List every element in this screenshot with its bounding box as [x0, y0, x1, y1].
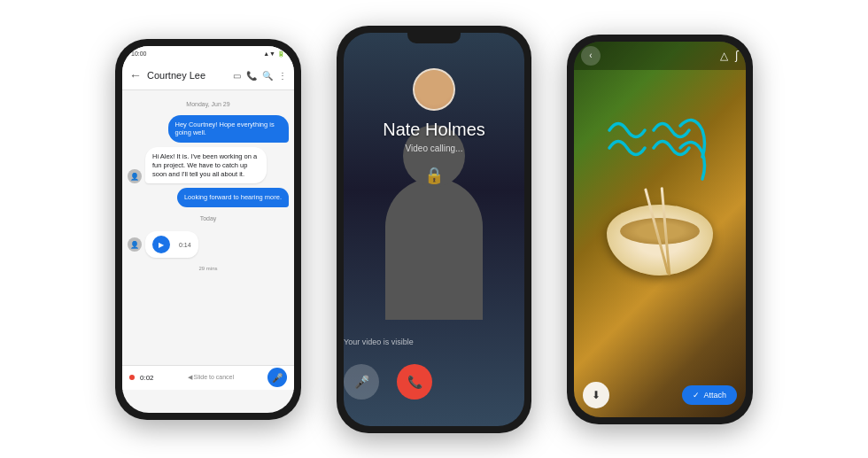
- date-label-old: Monday, Jun 29: [128, 101, 289, 107]
- more-icon[interactable]: ⋮: [278, 71, 287, 81]
- phone-photo-attach: ‹ △ ʃ ⬇ ✓ Attach: [567, 35, 753, 424]
- back-button[interactable]: ←: [129, 68, 142, 82]
- status-icons: ▲▼ 🔋: [263, 50, 285, 58]
- contact-name: Courtney Lee: [147, 70, 228, 81]
- recording-bar: 0:02 ◀ Slide to cancel 🎤: [122, 365, 294, 390]
- photo-top-icons: △ ʃ: [720, 50, 739, 62]
- avatar-small: 👤: [128, 169, 142, 183]
- attach-label: Attach: [703, 391, 726, 400]
- voice-avatar: 👤: [128, 237, 142, 252]
- attach-button[interactable]: ✓ Attach: [682, 385, 737, 405]
- back-chevron-icon: ‹: [589, 50, 592, 60]
- message-bubble-received-1: Hi Alex! It is. I've been working on a f…: [145, 147, 267, 183]
- status-time: 10:00: [131, 50, 147, 57]
- received-message-row-1: 👤 Hi Alex! It is. I've been working on a…: [128, 147, 289, 183]
- photo-bottom-controls: ⬇ ✓ Attach: [574, 382, 746, 408]
- toolbar-icons: ▭ 📞 🔍 ⋮: [233, 71, 287, 81]
- mute-button[interactable]: 🎤: [344, 364, 379, 400]
- caller-name: Nate Holmes: [383, 120, 485, 140]
- recording-time: 0:02: [140, 374, 154, 382]
- mic-button[interactable]: 🎤: [267, 368, 287, 387]
- photo-back-button[interactable]: ‹: [581, 46, 601, 66]
- chat-area: Monday, Jun 29 Hey Courtney! Hope everyt…: [122, 90, 294, 365]
- recording-dot: [129, 375, 135, 380]
- notch: [407, 33, 461, 43]
- download-button[interactable]: ⬇: [583, 382, 609, 408]
- end-call-button[interactable]: 📞: [397, 364, 432, 400]
- search-icon[interactable]: 🔍: [262, 71, 273, 81]
- voice-play-button[interactable]: ▶: [152, 236, 170, 253]
- date-label-today: Today: [128, 215, 289, 221]
- photo-toolbar: ‹ △ ʃ: [574, 42, 746, 70]
- download-icon: ⬇: [592, 389, 601, 401]
- sticker-icon[interactable]: ʃ: [735, 50, 739, 62]
- lock-icon: 🔒: [424, 166, 444, 185]
- voice-mins: 29 mins: [128, 266, 289, 271]
- draw-icon[interactable]: △: [720, 50, 728, 62]
- voice-time: 0:14: [179, 242, 191, 248]
- voice-note-bubble: ▶ 0:14: [145, 231, 198, 258]
- video-call-icon[interactable]: ▭: [233, 71, 241, 81]
- messaging-toolbar: ← Courtney Lee ▭ 📞 🔍 ⋮: [122, 62, 294, 90]
- caller-avatar-face: [415, 70, 453, 109]
- message-bubble-sent-2: Looking forward to hearing more.: [177, 188, 289, 207]
- status-bar: 10:00 ▲▼ 🔋: [122, 46, 294, 62]
- checkmark-icon: ✓: [693, 391, 700, 400]
- message-bubble-sent-1: Hey Courtney! Hope everything is going w…: [168, 115, 290, 144]
- phone-video-call: Nate Holmes Video calling... 🔒 Your vide…: [337, 26, 531, 433]
- caller-avatar: [413, 68, 455, 111]
- caller-status: Video calling...: [406, 144, 463, 153]
- call-controls: 🎤 📞: [344, 364, 432, 400]
- voice-note-row: 👤 ▶ 0:14: [128, 229, 289, 260]
- video-visible-text: Your video is visible: [344, 338, 414, 346]
- phone-messaging: 10:00 ▲▼ 🔋 ← Courtney Lee ▭ 📞 🔍 ⋮ Monday…: [115, 39, 301, 420]
- phone-icon[interactable]: 📞: [246, 71, 257, 81]
- slide-to-cancel: ◀ Slide to cancel: [159, 374, 262, 381]
